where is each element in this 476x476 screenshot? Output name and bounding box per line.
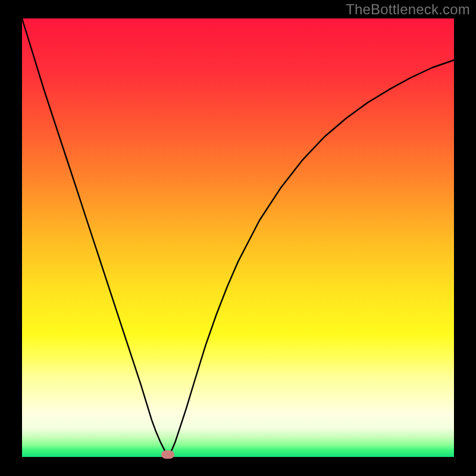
- watermark-text: TheBottleneck.com: [346, 1, 470, 18]
- plot-background: [22, 18, 454, 457]
- chart-svg: [0, 0, 476, 476]
- optimal-point-marker: [161, 450, 174, 459]
- chart-frame: TheBottleneck.com: [0, 0, 476, 476]
